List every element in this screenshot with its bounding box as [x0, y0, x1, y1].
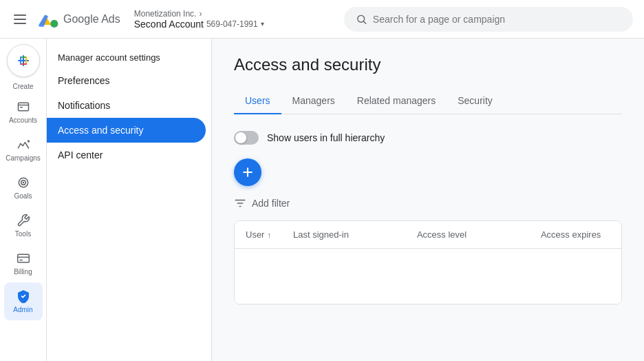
table-header-user[interactable]: User ↑ — [235, 221, 282, 248]
table-header-access-expires: Access expires — [530, 221, 622, 248]
breadcrumb-arrow-icon: › — [199, 9, 202, 19]
tabs-container: Users Managers Related managers Security — [234, 88, 622, 114]
add-filter-text[interactable]: Add filter — [252, 198, 290, 209]
sidebar-item-accounts[interactable]: Accounts — [4, 93, 43, 131]
svg-rect-9 — [18, 103, 28, 111]
sort-arrow-icon: ↑ — [267, 231, 271, 239]
sidebar-item-preferences[interactable]: Preferences — [47, 68, 206, 93]
google-ads-logo: Google Ads — [37, 8, 120, 30]
create-plus-icon — [15, 52, 32, 69]
topbar: Google Ads Monetization Inc. › Second Ac… — [0, 0, 644, 39]
sidebar-item-billing[interactable]: Billing — [4, 245, 43, 282]
svg-point-15 — [22, 182, 24, 184]
admin-icon — [17, 289, 30, 303]
svg-point-12 — [27, 140, 29, 142]
topbar-left: Google Ads Monetization Inc. › Second Ac… — [11, 8, 264, 30]
hierarchy-toggle[interactable] — [234, 131, 259, 145]
accounts-label: Accounts — [9, 116, 37, 124]
search-bar[interactable] — [344, 7, 633, 32]
users-table: User ↑ Last signed-in Access level Acces… — [234, 220, 622, 305]
filter-icon — [234, 197, 246, 209]
tab-related-managers[interactable]: Related managers — [346, 88, 447, 114]
tab-managers[interactable]: Managers — [281, 88, 346, 114]
table-header-access-level: Access level — [406, 221, 530, 248]
account-name[interactable]: Second Account 569-047-1991 ▾ — [134, 19, 264, 30]
sidebar-item-tools[interactable]: Tools — [4, 207, 43, 245]
text-sidebar: Manager account settings Preferences Not… — [47, 39, 212, 361]
campaigns-label: Campaigns — [6, 154, 41, 162]
svg-rect-16 — [17, 254, 29, 262]
sidebar-section-title: Manager account settings — [47, 44, 211, 68]
svg-point-0 — [50, 19, 58, 27]
billing-label: Billing — [14, 268, 32, 276]
search-icon — [356, 13, 367, 25]
tab-users[interactable]: Users — [234, 88, 281, 114]
admin-label: Admin — [13, 306, 32, 313]
table-body — [235, 249, 621, 304]
campaigns-icon — [17, 138, 30, 152]
sidebar-item-goals[interactable]: Goals — [4, 169, 43, 207]
page-title: Access and security — [234, 55, 622, 74]
tools-icon — [17, 214, 30, 227]
account-info: Monetization Inc. › Second Account 569-0… — [134, 9, 264, 30]
sidebar-item-api-center[interactable]: API center — [47, 143, 206, 167]
svg-line-2 — [364, 21, 366, 23]
table-header-last-signed-in: Last signed-in — [282, 221, 406, 248]
table-header: User ↑ Last signed-in Access level Acces… — [235, 221, 621, 249]
toggle-row: Show users in full hierarchy — [234, 131, 622, 145]
goals-icon — [17, 176, 30, 189]
account-dropdown-icon: ▾ — [261, 20, 264, 28]
billing-icon — [17, 251, 30, 265]
logo-text: Google Ads — [63, 13, 120, 25]
goals-label: Goals — [14, 192, 32, 200]
tab-security[interactable]: Security — [447, 88, 504, 114]
sidebar-item-notifications[interactable]: Notifications — [47, 93, 206, 118]
toggle-knob — [235, 132, 246, 143]
icon-sidebar: Create Accounts Campaigns — [0, 39, 47, 361]
sidebar-item-access-security[interactable]: Access and security — [47, 118, 206, 143]
accounts-icon — [17, 100, 30, 114]
filter-bar: Add filter — [234, 192, 622, 215]
search-input[interactable] — [373, 14, 621, 25]
tools-label: Tools — [15, 230, 31, 238]
toggle-label: Show users in full hierarchy — [267, 132, 385, 143]
sidebar-item-campaigns[interactable]: Campaigns — [4, 131, 43, 169]
google-ads-logo-icon — [37, 8, 59, 30]
add-user-plus-icon — [241, 165, 255, 179]
sidebar-item-admin[interactable]: Admin — [4, 282, 43, 320]
main-layout: Create Accounts Campaigns — [0, 39, 644, 361]
content-area: Access and security Users Managers Relat… — [212, 39, 644, 361]
account-parent: Monetization Inc. › — [134, 9, 264, 19]
add-user-button[interactable] — [234, 158, 261, 186]
create-button[interactable] — [7, 44, 40, 77]
create-label: Create — [12, 83, 33, 90]
hamburger-menu[interactable] — [11, 12, 29, 27]
